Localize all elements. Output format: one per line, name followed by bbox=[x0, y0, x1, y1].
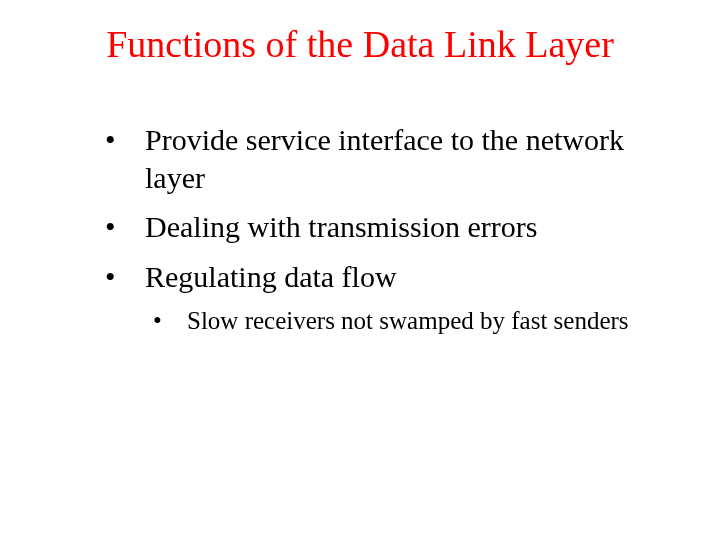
sub-list-item-text: Slow receivers not swamped by fast sende… bbox=[187, 307, 629, 334]
list-item-text: Provide service interface to the network… bbox=[145, 123, 624, 194]
bullet-list: Provide service interface to the network… bbox=[105, 121, 640, 336]
sub-bullet-list: Slow receivers not swamped by fast sende… bbox=[145, 305, 640, 336]
list-item: Regulating data flow Slow receivers not … bbox=[105, 258, 640, 337]
slide-content: Provide service interface to the network… bbox=[50, 121, 670, 336]
sub-list-item: Slow receivers not swamped by fast sende… bbox=[145, 305, 640, 336]
list-item-text: Dealing with transmission errors bbox=[145, 210, 537, 243]
slide-title: Functions of the Data Link Layer bbox=[50, 22, 670, 66]
list-item-text: Regulating data flow bbox=[145, 260, 397, 293]
list-item: Provide service interface to the network… bbox=[105, 121, 640, 196]
list-item: Dealing with transmission errors bbox=[105, 208, 640, 246]
